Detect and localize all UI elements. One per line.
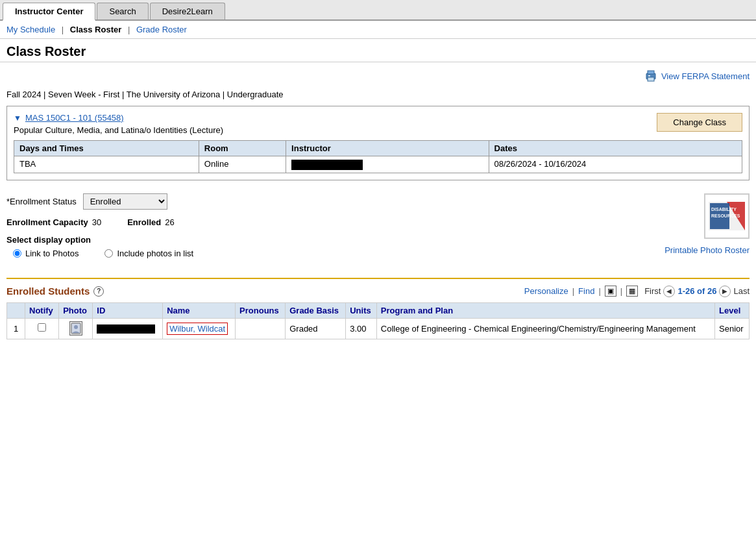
radio-include-photos-input[interactable]: [104, 249, 113, 258]
radio-include-photos-label: Include photos in list: [117, 249, 193, 258]
enrolled-label: Enrolled: [127, 217, 161, 227]
cell-instructor: [286, 156, 489, 173]
id-redacted: [97, 324, 155, 334]
outer-enrollment: *Enrollment Status Enrolled Waitlisted D…: [6, 187, 750, 271]
enrollment-capacity-row: Enrollment Capacity 30 Enrolled 26: [6, 214, 620, 227]
col-instructor: Instructor: [286, 141, 489, 156]
pagination: First ◀ 1-26 of 26 ▶ Last: [644, 286, 750, 297]
next-page-button[interactable]: ▶: [719, 286, 731, 297]
enroll-wrap: *Enrollment Status Enrolled Waitlisted D…: [6, 193, 620, 265]
term-info: Fall 2024 | Seven Week - First | The Uni…: [6, 84, 750, 102]
schedule-row-1: TBA Online 08/26/2024 - 10/16/2024: [14, 156, 742, 173]
toolbar-links: Personalize | Find | ▣ | ▦: [524, 286, 638, 297]
table-row: 1: [7, 318, 750, 339]
enrolled-header: Enrolled Students ? Personalize | Find |…: [6, 283, 750, 300]
radio-link-to-photos-input[interactable]: [13, 249, 21, 258]
photo-icon[interactable]: [69, 321, 82, 336]
right-side-panel: DISABILITY RESOURCES Printable Photo Ros…: [620, 193, 750, 255]
help-icon[interactable]: ?: [93, 286, 104, 297]
prev-page-button[interactable]: ◀: [663, 286, 675, 297]
main-content: View FERPA Statement Fall 2024 | Seven W…: [0, 67, 756, 339]
cell-name[interactable]: Wilbur, Wildcat: [163, 318, 236, 339]
class-link[interactable]: MAS 150C1 - 101 (55458): [25, 113, 124, 123]
col-pronouns: Pronouns: [236, 302, 286, 318]
cell-room: Online: [199, 156, 286, 173]
svg-point-10: [74, 325, 78, 329]
sep-2: |: [598, 286, 600, 296]
disability-flag-svg: DISABILITY RESOURCES: [709, 202, 745, 230]
first-label[interactable]: First: [644, 286, 661, 296]
col-level: Level: [715, 302, 750, 318]
col-units: Units: [346, 302, 377, 318]
schedule-table-head: Days and Times Room Instructor Dates: [14, 141, 742, 156]
radio-include-photos[interactable]: Include photos in list: [104, 249, 193, 258]
roster-table-body: 1: [7, 318, 750, 339]
ferpa-label: View FERPA Statement: [661, 71, 750, 81]
roster-table: Notify Photo ID Name Pronouns Grade Basi…: [6, 302, 750, 339]
capacity-value: 30: [92, 217, 101, 227]
enrolled-section: Enrolled Students ? Personalize | Find |…: [6, 278, 750, 339]
tabs-bar: Instructor Center Search Desire2Learn: [0, 0, 756, 21]
breadcrumb: My Schedule | Class Roster | Grade Roste…: [0, 21, 756, 39]
tab-desire2learn[interactable]: Desire2Learn: [150, 3, 225, 19]
chart-icon[interactable]: ▦: [626, 286, 638, 297]
cell-level: Senior: [715, 318, 750, 339]
cell-photo[interactable]: [59, 318, 93, 339]
cell-notify-checkbox[interactable]: [25, 318, 59, 339]
radio-link-to-photos[interactable]: Link to Photos: [13, 249, 79, 258]
printable-photo-roster-link[interactable]: Printable Photo Roster: [665, 245, 750, 255]
col-name: Name: [163, 302, 236, 318]
collapse-icon[interactable]: ▼: [14, 114, 21, 123]
change-class-button[interactable]: Change Class: [657, 113, 742, 132]
breadcrumb-my-schedule[interactable]: My Schedule: [6, 25, 55, 34]
col-room: Room: [199, 141, 286, 156]
svg-text:RESOURCES: RESOURCES: [711, 214, 740, 218]
student-name-link[interactable]: Wilbur, Wildcat: [167, 323, 228, 335]
notify-checkbox[interactable]: [38, 323, 46, 332]
capacity-item: Enrollment Capacity 30: [6, 217, 101, 227]
enrolled-item: Enrolled 26: [127, 217, 174, 227]
capacity-label: Enrollment Capacity: [6, 217, 88, 227]
schedule-table-body: TBA Online 08/26/2024 - 10/16/2024: [14, 156, 742, 173]
enrolled-value: 26: [165, 217, 174, 227]
grid-view-icon[interactable]: ▣: [605, 286, 616, 297]
tab-instructor-center[interactable]: Instructor Center: [3, 3, 95, 21]
cell-grade-basis: Graded: [286, 318, 346, 339]
svg-text:DISABILITY: DISABILITY: [711, 207, 737, 212]
cell-program-plan: College of Engineering - Chemical Engine…: [376, 318, 714, 339]
ferpa-row: View FERPA Statement: [6, 67, 750, 84]
col-photo: Photo: [59, 302, 93, 318]
page-count: 1-26 of 26: [677, 286, 716, 296]
enrolled-title: Enrolled Students: [6, 286, 90, 297]
breadcrumb-grade-roster[interactable]: Grade Roster: [136, 25, 187, 34]
cell-dates: 08/26/2024 - 10/16/2024: [489, 156, 742, 173]
class-box-header: ▼ MAS 150C1 - 101 (55458) Popular Cultur…: [14, 113, 742, 135]
cell-row-number: 1: [7, 318, 25, 339]
enrollment-status-label: *Enrollment Status: [6, 197, 77, 206]
cell-units: 3.00: [346, 318, 377, 339]
breadcrumb-separator-1: |: [62, 25, 66, 34]
enrollment-status-row: *Enrollment Status Enrolled Waitlisted D…: [6, 193, 620, 210]
display-option-section: Select display option Link to Photos Inc…: [6, 231, 620, 265]
find-link[interactable]: Find: [578, 286, 594, 296]
personalize-link[interactable]: Personalize: [524, 286, 568, 296]
cell-pronouns: [236, 318, 286, 339]
photo-icon-svg: [71, 323, 81, 334]
class-description: Popular Culture, Media, and Latina/o Ide…: [14, 125, 223, 135]
instructor-redacted: [291, 160, 363, 170]
radio-link-to-photos-label: Link to Photos: [25, 249, 79, 258]
enrollment-status-select[interactable]: Enrolled Waitlisted Dropped: [83, 193, 167, 210]
disability-resources-logo: DISABILITY RESOURCES: [704, 193, 750, 239]
last-label[interactable]: Last: [733, 286, 750, 296]
tab-search[interactable]: Search: [97, 3, 148, 19]
col-program-plan: Program and Plan: [376, 302, 714, 318]
col-number: [7, 302, 25, 318]
roster-header-row: Notify Photo ID Name Pronouns Grade Basi…: [7, 302, 750, 318]
cell-days-times: TBA: [14, 156, 199, 173]
ferpa-link[interactable]: View FERPA Statement: [644, 70, 750, 82]
schedule-header-row: Days and Times Room Instructor Dates: [14, 141, 742, 156]
col-id: ID: [93, 302, 163, 318]
enrolled-title-row: Enrolled Students ?: [6, 286, 104, 297]
col-days-times: Days and Times: [14, 141, 199, 156]
schedule-table: Days and Times Room Instructor Dates TBA…: [14, 140, 742, 173]
